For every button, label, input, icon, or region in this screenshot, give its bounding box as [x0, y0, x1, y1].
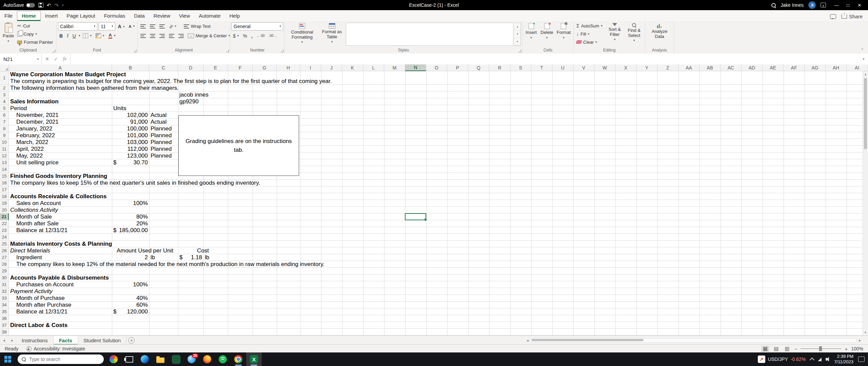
clear-button[interactable]: Clear▾	[575, 38, 605, 46]
alignment-dialog-launcher-icon[interactable]	[226, 49, 229, 52]
page-break-view-button[interactable]: ▥	[783, 346, 791, 352]
zoom-in-button[interactable]: +	[845, 346, 848, 352]
column-header-I[interactable]: I	[300, 64, 321, 71]
insert-cells-button[interactable]: + Insert▾	[524, 22, 538, 40]
row-header-37[interactable]: 37	[0, 322, 9, 329]
column-header-V[interactable]: V	[573, 64, 594, 71]
cell-A9[interactable]: February, 2022	[9, 132, 112, 139]
column-header-C[interactable]: C	[149, 64, 178, 71]
column-header-L[interactable]: L	[363, 64, 384, 71]
cell-A34[interactable]: Month after Purchase	[9, 302, 112, 308]
underline-button[interactable]: U	[71, 32, 77, 40]
row-header-24[interactable]: 24	[0, 234, 9, 241]
cell-A15[interactable]: Finished Goods Inventory Planning	[9, 173, 112, 180]
sort-filter-button[interactable]: Sort & Filter▾	[605, 22, 624, 42]
zoom-slider-thumb[interactable]	[819, 346, 822, 351]
row-header-10[interactable]: 10	[0, 139, 9, 146]
cell-A4[interactable]: Sales Information	[9, 98, 112, 105]
tray-expand-icon[interactable]	[810, 357, 814, 362]
column-header-Y[interactable]: Y	[636, 64, 657, 71]
collapse-ribbon-icon[interactable]: ⌃	[857, 48, 868, 54]
cell-B31[interactable]: 100%	[112, 281, 149, 288]
formula-input[interactable]	[71, 54, 859, 64]
cell-C12[interactable]: Planned	[149, 152, 178, 159]
row-header-30[interactable]: 30	[0, 274, 9, 281]
bottom-align-button[interactable]	[158, 23, 166, 30]
tab-insert[interactable]: Insert	[41, 11, 62, 21]
gallery-up-icon[interactable]: ▴	[514, 23, 520, 30]
conditional-formatting-button[interactable]: Conditional Formatting ▾	[286, 22, 318, 45]
increase-indent-button[interactable]	[177, 32, 185, 40]
cell-A35[interactable]: Balance at 12/31/21	[9, 308, 112, 315]
row-header-21[interactable]: 21	[0, 214, 9, 220]
redo-icon[interactable]: ↷	[54, 3, 59, 8]
news-widget[interactable]: ↗ USD/JPY -0.62%	[758, 355, 806, 363]
cell-B35[interactable]: $120,000	[112, 308, 149, 315]
row-header-18[interactable]: 18	[0, 193, 9, 200]
cell-D27[interactable]: $1.18	[178, 254, 203, 261]
cell-A18[interactable]: Accounts Receivable & Collections	[9, 193, 112, 200]
cell-A13[interactable]: Unit selling price	[9, 159, 112, 166]
cell-A28[interactable]: The company likes to keep 12% of the mat…	[9, 261, 868, 268]
cell-D4[interactable]: gp9290	[178, 98, 203, 105]
enter-formula-icon[interactable]: ✓	[52, 56, 60, 62]
delete-cells-button[interactable]: × Delete▾	[539, 22, 555, 40]
cell-A1[interactable]: Wayne Corporation Master Budget ProjectT…	[9, 71, 868, 85]
percent-style-button[interactable]: %	[241, 32, 248, 40]
sheet-nav-right-icon[interactable]: ▸	[8, 336, 16, 345]
row-header-14[interactable]: 14	[0, 166, 9, 173]
column-header-Q[interactable]: Q	[468, 64, 489, 71]
horizontal-scrollbar-thumb[interactable]	[532, 339, 644, 341]
cell-B33[interactable]: 40%	[112, 295, 149, 302]
tab-file[interactable]: File	[0, 11, 17, 21]
cell-A33[interactable]: Month of Purchase	[9, 295, 112, 302]
merge-center-button[interactable]: ↔Merge & Center▾	[186, 32, 231, 40]
cell-A30[interactable]: Accounts Payable & Disbursements	[9, 274, 112, 281]
column-header-G[interactable]: G	[253, 64, 277, 71]
cell-A16[interactable]: The company likes to keep 15% of the nex…	[9, 180, 868, 186]
cell-C9[interactable]: Planned	[149, 132, 178, 139]
font-size-combobox[interactable]: 11▾	[99, 22, 115, 30]
row-header-6[interactable]: 6	[0, 112, 9, 119]
autosave-toggle[interactable]: AutoSave	[3, 2, 35, 8]
column-header-F[interactable]: F	[228, 64, 253, 71]
comma-style-button[interactable]: ,	[250, 32, 254, 40]
cell-A10[interactable]: March, 2022	[9, 139, 112, 146]
fill-button[interactable]: ↓Fill▾	[575, 30, 605, 38]
cell-A32[interactable]: Payment Activity	[9, 288, 112, 295]
cell-A5[interactable]: Period	[9, 105, 112, 112]
column-header-M[interactable]: M	[384, 64, 405, 71]
column-header-N[interactable]: N	[405, 64, 426, 71]
cell-A22[interactable]: Month after Sale	[9, 220, 112, 227]
cell-C7[interactable]: Actual	[149, 119, 178, 125]
align-center-button[interactable]	[149, 32, 157, 40]
cell-B34[interactable]: 60%	[112, 302, 149, 308]
taskbar-search[interactable]	[18, 354, 104, 364]
row-header-32[interactable]: 32	[0, 288, 9, 295]
column-header-O[interactable]: O	[426, 64, 447, 71]
number-format-combobox[interactable]: General▾	[232, 22, 283, 30]
normal-view-button[interactable]: ▦	[762, 346, 769, 352]
cell-A7[interactable]: December, 2021	[9, 119, 112, 125]
undo-icon[interactable]: ↶	[47, 3, 51, 8]
tab-view[interactable]: View	[175, 11, 194, 21]
expand-formula-bar-icon[interactable]: ▾	[859, 54, 868, 64]
cell-B11[interactable]: 112,000	[112, 146, 149, 152]
column-header-P[interactable]: P	[447, 64, 468, 71]
row-header-5[interactable]: 5	[0, 105, 9, 112]
cell-A6[interactable]: November, 2021	[9, 112, 112, 119]
format-cells-button[interactable]: ✱ Format▾	[555, 22, 572, 40]
row-header-31[interactable]: 31	[0, 281, 9, 288]
column-header-AB[interactable]: AB	[699, 64, 721, 71]
insert-function-icon[interactable]: fx	[61, 56, 69, 62]
row-header-19[interactable]: 19	[0, 200, 9, 207]
cell-B5[interactable]: Units	[112, 105, 149, 112]
page-layout-view-button[interactable]: ▤	[772, 346, 780, 352]
sheet-tab-facts[interactable]: Facts	[54, 336, 78, 345]
column-header-AD[interactable]: AD	[742, 64, 763, 71]
increase-font-size-button[interactable]: A▴	[117, 23, 126, 30]
taskbar-search-input[interactable]	[28, 356, 87, 362]
cell-A23[interactable]: Balance at 12/31/21	[9, 227, 112, 234]
cell-B7[interactable]: 91,000	[112, 119, 149, 125]
format-painter-button[interactable]: Format Painter	[16, 38, 54, 46]
